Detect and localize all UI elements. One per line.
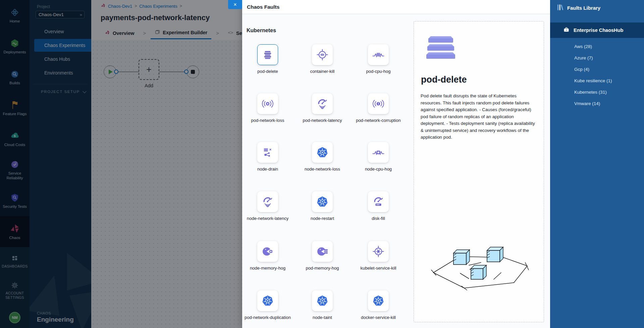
- chaos-faults-modal: Chaos Faults Kubernetes pod-deletecontai…: [242, 0, 550, 328]
- briefcase-icon: [564, 27, 569, 34]
- fault-label-disk-fill[interactable]: disk-fill: [353, 215, 404, 222]
- fault-detail-panel: pod-delete Pod delete fault disrupts the…: [414, 21, 544, 322]
- pod-network-duplication-icon: [261, 294, 274, 307]
- node-network-latency-icon: [261, 195, 274, 208]
- docker-service-kill-icon: [372, 294, 385, 307]
- hub-enterprise-chaoshub[interactable]: Enterprise ChaosHub: [550, 22, 644, 38]
- modal-scrim[interactable]: [0, 0, 242, 328]
- fault-tile-node-memory-hog[interactable]: [257, 241, 278, 262]
- fault-detail-title: pod-delete: [421, 75, 467, 85]
- pod-delete-large-icon: [425, 36, 456, 61]
- modal-header: Chaos Faults: [242, 0, 550, 14]
- fault-tile-node-network-loss[interactable]: [312, 142, 333, 163]
- fault-tile-node-cpu-hog[interactable]: [368, 142, 389, 163]
- fault-tile-node-drain[interactable]: [257, 142, 278, 163]
- fault-label-node-network-loss[interactable]: node-network-loss: [297, 166, 347, 173]
- node-memory-hog-icon: [261, 245, 274, 258]
- fault-tile-pod-network-loss[interactable]: [257, 93, 278, 114]
- fault-tile-pod-network-duplication[interactable]: [257, 290, 278, 311]
- library-icon: [557, 4, 564, 12]
- fault-label-docker-service-kill[interactable]: docker-service-kill: [353, 314, 404, 321]
- close-icon: ×: [233, 2, 236, 7]
- pod-cpu-hog-icon: [372, 48, 385, 61]
- fault-label-kubelet-service-kill[interactable]: kubelet-service-kill: [353, 265, 404, 272]
- pod-network-loss-icon: [261, 97, 274, 110]
- fault-label-pod-cpu-hog[interactable]: pod-cpu-hog: [353, 68, 404, 75]
- hub-name: Enterprise ChaosHub: [574, 28, 623, 33]
- pod-network-corruption-icon: [372, 97, 385, 110]
- pod-network-latency-icon: [316, 97, 329, 110]
- fault-label-node-drain[interactable]: node-drain: [243, 166, 293, 173]
- fault-tile-pod-cpu-hog[interactable]: [368, 44, 389, 65]
- fault-tile-kubelet-service-kill[interactable]: [368, 241, 389, 262]
- fault-category-aws[interactable]: Aws (28): [574, 41, 612, 52]
- fault-label-pod-network-duplication[interactable]: pod-network-duplication: [243, 314, 293, 321]
- fault-label-container-kill[interactable]: container-kill: [297, 68, 347, 75]
- fault-tile-node-network-latency[interactable]: [257, 191, 278, 212]
- close-drawer-button[interactable]: ×: [228, 0, 242, 9]
- fault-label-pod-network-latency[interactable]: pod-network-latency: [297, 117, 347, 124]
- pod-memory-hog-icon: [316, 245, 329, 258]
- fault-category-kube-resilience[interactable]: Kube resilience (1): [574, 75, 612, 87]
- fault-tile-pod-network-corruption[interactable]: [368, 93, 389, 114]
- fault-tile-pod-memory-hog[interactable]: [312, 241, 333, 262]
- fault-detail-description: Pod delete fault disrupts the state of K…: [421, 93, 537, 141]
- fault-label-pod-network-loss[interactable]: pod-network-loss: [243, 117, 293, 124]
- node-restart-icon: [316, 195, 329, 208]
- node-network-loss-icon: [316, 146, 329, 159]
- fault-category-azure[interactable]: Azure (7): [574, 52, 612, 64]
- faults-library-title: Faults Library: [567, 5, 600, 11]
- fault-tile-node-taint[interactable]: [312, 290, 333, 311]
- fault-detail-illustration: [428, 239, 532, 296]
- node-drain-icon: [261, 146, 274, 159]
- node-taint-icon: [316, 294, 329, 307]
- fault-label-pod-memory-hog[interactable]: pod-memory-hog: [297, 265, 347, 272]
- pod-delete-icon: [261, 48, 274, 61]
- app-root: HomeDeploymentsBuildsFeature Flags$Cloud…: [0, 0, 644, 328]
- fault-label-node-taint[interactable]: node-taint: [297, 314, 347, 321]
- fault-category-gcp[interactable]: Gcp (4): [574, 64, 612, 75]
- fault-tile-container-kill[interactable]: [312, 44, 333, 65]
- faults-library-header: Faults Library: [550, 0, 644, 12]
- fault-tile-pod-delete[interactable]: [257, 44, 278, 65]
- container-kill-icon: [316, 48, 329, 61]
- fault-label-node-cpu-hog[interactable]: node-cpu-hog: [353, 166, 404, 173]
- disk-fill-icon: [372, 195, 385, 208]
- faults-library-panel: Faults Library Enterprise ChaosHub Aws (…: [550, 0, 644, 328]
- modal-title: Chaos Faults: [247, 4, 279, 10]
- faults-section-title: Kubernetes: [247, 28, 276, 34]
- kubelet-service-kill-icon: [372, 245, 385, 258]
- fault-label-pod-network-corruption[interactable]: pod-network-corruption: [353, 117, 404, 124]
- fault-category-vmware[interactable]: Vmware (14): [574, 98, 612, 109]
- fault-label-node-memory-hog[interactable]: node-memory-hog: [243, 265, 293, 272]
- node-cpu-hog-icon: [372, 146, 385, 159]
- fault-tile-node-restart[interactable]: [312, 191, 333, 212]
- fault-label-node-restart[interactable]: node-restart: [297, 215, 347, 222]
- fault-label-pod-delete[interactable]: pod-delete: [243, 68, 293, 75]
- fault-label-node-network-latency[interactable]: node-network-latency: [243, 215, 293, 222]
- fault-tile-docker-service-kill[interactable]: [368, 290, 389, 311]
- fault-category-list: Aws (28)Azure (7)Gcp (4)Kube resilience …: [574, 41, 612, 109]
- fault-tile-disk-fill[interactable]: [368, 191, 389, 212]
- fault-tile-pod-network-latency[interactable]: [312, 93, 333, 114]
- fault-category-kubernetes[interactable]: Kubernetes (31): [574, 87, 612, 98]
